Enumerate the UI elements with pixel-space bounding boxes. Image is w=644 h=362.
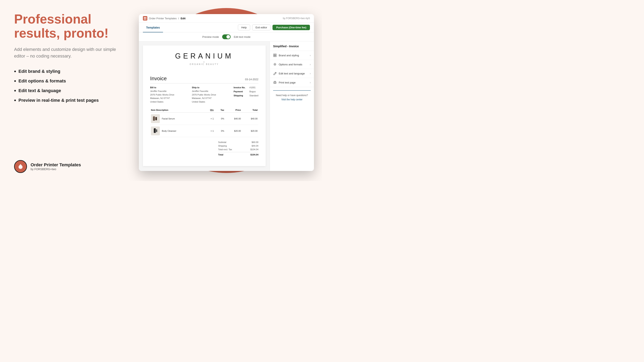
brand-icon bbox=[273, 53, 277, 57]
edit-icon bbox=[273, 72, 277, 75]
invoice-doc: GERANIUM × ORGANIC BEAUTY Invoice 03-14-… bbox=[143, 45, 266, 166]
product-cell-1: Facial Serum bbox=[151, 114, 203, 123]
sidebar-panel: Simplified - Invoice Brand and styling bbox=[270, 41, 314, 171]
invoice-title-row: Invoice 03-14-2022 bbox=[150, 75, 258, 83]
ship-addr3: United States bbox=[192, 100, 234, 104]
app-navbar: Templates Help Exit editor Purchase (One… bbox=[139, 23, 314, 32]
table-row: Facial Serum × 1 0% $40.00 $40.00 bbox=[150, 113, 258, 125]
app-topbar: Order Printer Templates / Edit by FORSBE… bbox=[139, 14, 314, 23]
bullet-item-1: Edit brand & styling bbox=[14, 66, 119, 76]
svg-rect-9 bbox=[156, 129, 157, 132]
invoice-title: Invoice bbox=[150, 75, 167, 82]
brand-text: Order Printer Templates by FORSBERG+two bbox=[30, 162, 81, 171]
app-icon bbox=[143, 16, 147, 20]
col-item: Item Description bbox=[150, 108, 204, 113]
brand-name: Order Printer Templates bbox=[30, 162, 81, 168]
chevron-right-icon: › bbox=[310, 81, 311, 84]
col-price: Price bbox=[225, 108, 242, 113]
subtext: Add elements and customize design with o… bbox=[14, 46, 119, 59]
sidebar-item-options[interactable]: Options and formats › bbox=[270, 60, 314, 69]
help-text: Need help or have questions? bbox=[273, 94, 311, 97]
brand-logo bbox=[14, 160, 27, 173]
ship-addr2: Matawan, NJ 07747 bbox=[192, 96, 234, 100]
sidebar-item-print[interactable]: Print test page › bbox=[270, 78, 314, 87]
item-2-qty: × 1 bbox=[204, 125, 214, 137]
nav-tabs: Templates bbox=[143, 23, 163, 32]
bullet-item-2: Edit options & formats bbox=[14, 76, 119, 86]
shipping-fee-label: Shipping bbox=[218, 145, 227, 147]
chevron-right-icon: › bbox=[310, 54, 311, 57]
bullet-item-3: Edit text & language bbox=[14, 86, 119, 95]
sidebar-print-label: Print test page bbox=[279, 81, 296, 84]
bullet-list: Edit brand & styling Edit options & form… bbox=[14, 66, 119, 105]
col-tax: Tax bbox=[214, 108, 225, 113]
invoice-date: 03-14-2022 bbox=[245, 78, 258, 81]
shipping-label: Shipping bbox=[234, 94, 246, 97]
invoice-preview: GERANIUM × ORGANIC BEAUTY Invoice 03-14-… bbox=[139, 41, 270, 171]
product-img-1 bbox=[151, 114, 160, 123]
mode-toggle[interactable] bbox=[222, 34, 231, 39]
breadcrumb-separator: / bbox=[178, 17, 179, 20]
item-2-total: $20.00 bbox=[242, 125, 258, 137]
sidebar-divider bbox=[273, 90, 311, 91]
ship-to-block: Ship to Jeniffer Faucette 2976 Public Wo… bbox=[192, 86, 234, 104]
sidebar-options-label: Options and formats bbox=[279, 63, 302, 66]
sidebar-edit-text-label: Edit text and language bbox=[279, 72, 305, 75]
svg-rect-13 bbox=[275, 55, 276, 57]
svg-rect-8 bbox=[154, 128, 156, 129]
svg-rect-1 bbox=[145, 17, 146, 18]
product-cell-2: Body Cleanser bbox=[151, 126, 203, 135]
shipping-value: Standard bbox=[249, 94, 258, 97]
invoice-address-row: Bill to Jeniffer Faucette 2976 Public Wo… bbox=[150, 86, 258, 104]
tab-templates[interactable]: Templates bbox=[143, 23, 163, 32]
svg-rect-3 bbox=[145, 18, 146, 19]
mode-bar: Preview mode Edit text mode bbox=[139, 32, 314, 41]
payment-label: Payment bbox=[234, 90, 246, 93]
app-window: Order Printer Templates / Edit by FORSBE… bbox=[139, 14, 314, 171]
invoice-table: Item Description Qty Tax Price Total bbox=[150, 108, 258, 137]
subtotal-label: Subtotal bbox=[218, 141, 226, 143]
app-main: GERANIUM × ORGANIC BEAUTY Invoice 03-14-… bbox=[139, 41, 314, 171]
invoice-brand-header: GERANIUM × ORGANIC BEAUTY bbox=[150, 52, 258, 69]
chevron-right-icon: › bbox=[310, 63, 311, 66]
invoice-brand-x: × bbox=[150, 61, 258, 63]
total-excl-value: $104.04 bbox=[250, 148, 258, 151]
invoice-no-label: Invoice No. bbox=[234, 86, 246, 89]
item-1-tax: 0% bbox=[214, 113, 225, 125]
bill-name: Jeniffer Faucette bbox=[150, 89, 192, 93]
nav-buttons: Help Exit editor Purchase (One-time fee) bbox=[238, 24, 310, 30]
sidebar-item-brand[interactable]: Brand and styling › bbox=[270, 51, 314, 60]
item-1-qty: × 1 bbox=[204, 113, 214, 125]
help-button[interactable]: Help bbox=[238, 24, 250, 30]
invoice-brand-sub: ORGANIC BEAUTY bbox=[150, 63, 258, 65]
invoice-totals: Subtotal $60.00 Shipping $44.04 Total ex… bbox=[218, 140, 258, 156]
print-icon bbox=[273, 81, 277, 84]
payment-value: Bogus bbox=[249, 90, 258, 93]
bullet-item-4: Preview in real-time & print test pages bbox=[14, 95, 119, 105]
item-1-name: Facial Serum bbox=[162, 117, 175, 120]
svg-rect-0 bbox=[144, 17, 145, 18]
shipping-fee-value: $44.04 bbox=[252, 145, 258, 147]
bill-to-label: Bill to bbox=[150, 86, 192, 89]
invoice-meta: Invoice No. Payment Shipping bbox=[234, 86, 258, 104]
svg-rect-5 bbox=[155, 117, 157, 120]
svg-rect-4 bbox=[153, 117, 155, 121]
svg-rect-7 bbox=[154, 128, 156, 133]
total-excl-row: Total excl. Tax $104.04 bbox=[218, 148, 258, 151]
ship-name: Jeniffer Faucette bbox=[192, 89, 234, 93]
help-center-link[interactable]: Visit the help center bbox=[281, 98, 302, 101]
shipping-fee-row: Shipping $44.04 bbox=[218, 144, 258, 148]
purchase-button[interactable]: Purchase (One-time fee) bbox=[272, 25, 310, 30]
exit-editor-button[interactable]: Exit editor bbox=[252, 24, 271, 30]
breadcrumb-current: Edit bbox=[180, 17, 186, 20]
bill-addr1: 2976 Public Works Drive bbox=[150, 93, 192, 97]
item-2-tax: 0% bbox=[214, 125, 225, 137]
svg-rect-11 bbox=[275, 54, 276, 55]
sidebar-title: Simplified - Invoice bbox=[270, 45, 314, 51]
svg-rect-10 bbox=[274, 54, 275, 55]
grand-total-value: $104.04 bbox=[250, 153, 258, 156]
item-1-total: $40.00 bbox=[242, 113, 258, 125]
sidebar-item-edit-text[interactable]: Edit text and language › bbox=[270, 69, 314, 78]
invoice-brand-name: GERANIUM bbox=[150, 52, 258, 60]
subtotal-row: Subtotal $60.00 bbox=[218, 140, 258, 144]
